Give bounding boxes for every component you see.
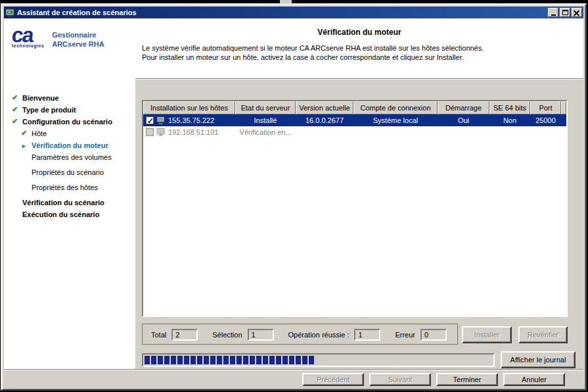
- cell-os64: Non: [489, 114, 530, 126]
- cell-version: [296, 126, 353, 138]
- step-configuration-du-scenario: Configuration du scénario: [4, 116, 135, 127]
- check-icon: [12, 105, 22, 114]
- wizard-sidebar: ca technologies Gestionnaire ARCserve RH…: [4, 18, 135, 369]
- cell-startup: [438, 126, 489, 138]
- wizard-dialog: Assistant de création de scénarios ca te…: [1, 3, 587, 391]
- step-verification-du-scenario: Vérification du scénario: [4, 197, 135, 208]
- titlebar[interactable]: Assistant de création de scénarios: [4, 7, 583, 18]
- check-icon: [21, 129, 32, 137]
- minimize-icon: [551, 14, 556, 16]
- cancel-button[interactable]: Annuler: [503, 373, 565, 386]
- cell-port: [530, 126, 561, 138]
- maximize-button[interactable]: [560, 8, 570, 17]
- product-line-2: ARCserve RHA: [52, 39, 104, 49]
- cell-status: Vérification en...: [235, 126, 296, 138]
- host-address: 155.35.75.222: [168, 114, 214, 126]
- step-execution-du-scenario: Exécution du scénario: [4, 208, 135, 220]
- product-line-1: Gestionnaire: [52, 30, 104, 39]
- step-header: Vérification du moteur Le système vérifi…: [135, 18, 583, 79]
- hosts-table: Installation sur les hôtes Etat du serve…: [142, 100, 568, 317]
- host-checkbox-checked[interactable]: [146, 116, 154, 124]
- column-header-installation[interactable]: Installation sur les hôtes: [143, 101, 235, 114]
- column-header-se64[interactable]: SE 64 bits: [489, 101, 530, 114]
- current-step-arrow-icon: [21, 141, 32, 149]
- progress-bar: [142, 353, 495, 367]
- summary-panel: Total 2 Sélection 1 Opération réussie : …: [142, 324, 459, 345]
- step-parametres-des-volumes: Paramètres des volumes: [4, 151, 135, 162]
- check-icon: [12, 93, 22, 102]
- cell-status: Installé: [235, 114, 296, 126]
- footer: Précédent Suivant Terminer Annuler: [4, 369, 583, 387]
- check-icon: [12, 117, 22, 126]
- previous-button[interactable]: Précédent: [302, 373, 364, 386]
- host-cell: 192.168.51.101: [143, 126, 235, 138]
- host-address: 192.168.51.101: [168, 126, 218, 138]
- ca-logo-mark: ca: [11, 25, 45, 45]
- next-button[interactable]: Suivant: [369, 373, 431, 386]
- progress-fill: [145, 356, 315, 364]
- cell-version: 16.0.0.2677: [296, 114, 353, 126]
- column-header-demarrage[interactable]: Démarrage: [438, 101, 489, 114]
- cell-port: 25000: [530, 114, 561, 126]
- step-proprietes-du-scenario: Propriétés du scénario: [4, 166, 135, 178]
- window-title: Assistant de création de scénarios: [17, 9, 547, 16]
- column-header-filler: [561, 101, 566, 114]
- step-bienvenue: Bienvenue: [4, 92, 135, 103]
- brand-block: ca technologies Gestionnaire ARCserve RH…: [12, 25, 104, 49]
- error-label: Erreur: [395, 331, 415, 339]
- app-icon: [5, 8, 14, 17]
- reverify-button[interactable]: Revérifier: [518, 326, 568, 343]
- window-controls: [547, 8, 582, 17]
- cell-startup: Oui: [438, 114, 489, 126]
- close-button[interactable]: [572, 8, 582, 17]
- computer-icon: [156, 128, 166, 137]
- table-header: Installation sur les hôtes Etat du serve…: [143, 101, 566, 114]
- install-button[interactable]: Installer: [462, 326, 512, 343]
- total-label: Total: [151, 331, 166, 339]
- page-description: Le système vérifie automatiquement si le…: [142, 43, 583, 62]
- step-hote: Hôte: [4, 128, 135, 139]
- cell-os64: [489, 126, 530, 138]
- show-log-button[interactable]: Afficher le journal: [501, 351, 576, 368]
- close-icon: [574, 10, 580, 16]
- host-cell: 155.35.75.222: [143, 114, 235, 126]
- footer-buttons: Précédent Suivant Terminer Annuler: [4, 370, 583, 386]
- host-checkbox-unchecked[interactable]: [146, 128, 154, 136]
- description-line-2: Pour installer un moteur sur un hôte, ac…: [142, 53, 583, 62]
- step-proprietes-des-hotes: Propriétés des hôtes: [4, 182, 135, 193]
- wizard-main-panel: Vérification du moteur Le système vérifi…: [135, 18, 583, 369]
- product-name: Gestionnaire ARCserve RHA: [52, 30, 104, 49]
- finish-button[interactable]: Terminer: [436, 373, 498, 386]
- cell-account: [353, 126, 438, 138]
- wizard-steps: Bienvenue Type de produit Configuration …: [4, 92, 135, 220]
- computer-icon: [156, 116, 166, 125]
- selection-label: Sélection: [212, 331, 242, 339]
- step-verification-du-moteur: Vérification du moteur: [4, 139, 135, 151]
- success-field: 1: [354, 329, 380, 341]
- column-header-etat[interactable]: Etat du serveur: [235, 101, 296, 114]
- ca-logo: ca technologies: [12, 25, 44, 49]
- total-field: 2: [171, 329, 198, 341]
- minimize-button[interactable]: [548, 8, 558, 17]
- step-type-de-produit: Type de produit: [4, 104, 135, 115]
- selection-field: 1: [248, 329, 274, 341]
- cell-account: Système local: [353, 114, 438, 126]
- column-header-version[interactable]: Version actuelle: [296, 101, 353, 114]
- maximize-icon: [562, 10, 568, 15]
- success-label: Opération réussie :: [288, 331, 350, 339]
- description-line-1: Le système vérifie automatiquement si le…: [142, 43, 583, 53]
- host-row-2[interactable]: 192.168.51.101 Vérification en...: [143, 126, 566, 138]
- page-title: Vérification du moteur: [135, 28, 583, 37]
- error-field: 0: [420, 329, 447, 341]
- column-header-port[interactable]: Port: [530, 101, 561, 114]
- column-header-compte[interactable]: Compte de connexion: [353, 101, 438, 114]
- host-row-1[interactable]: 155.35.75.222 Installé 16.0.0.2677 Systè…: [143, 114, 566, 126]
